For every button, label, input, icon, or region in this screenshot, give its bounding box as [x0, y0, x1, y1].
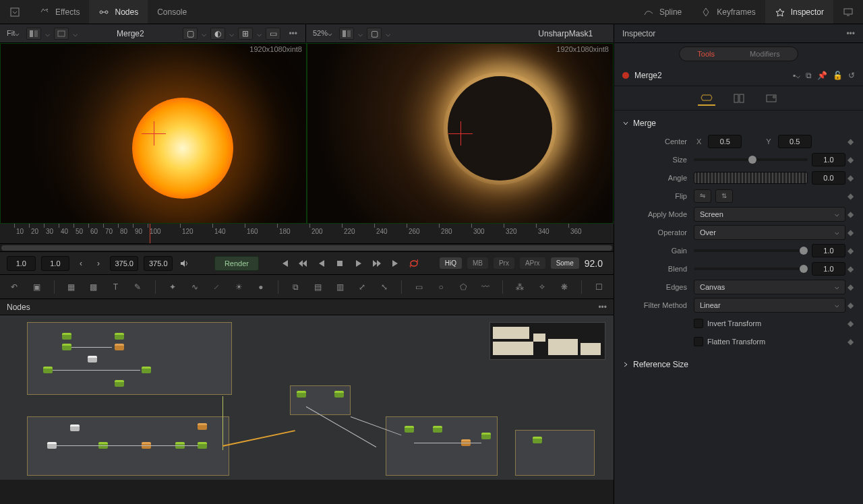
- spline-tab[interactable]: Spline: [634, 0, 691, 24]
- prender-icon[interactable]: ✧: [535, 278, 550, 296]
- gain-field[interactable]: 1.0: [812, 244, 845, 257]
- effects-tab[interactable]: Effects: [30, 0, 89, 24]
- range-end-field[interactable]: 375.0: [144, 256, 173, 271]
- camera3d-icon[interactable]: ☐: [591, 278, 607, 296]
- blur-icon[interactable]: ●: [254, 278, 269, 296]
- gain-slider[interactable]: [694, 249, 808, 252]
- hiq-toggle[interactable]: HiQ: [440, 257, 462, 269]
- gain-keyframe-icon[interactable]: ◆: [845, 246, 855, 255]
- go-first-icon[interactable]: [278, 256, 291, 271]
- angle-keyframe-icon[interactable]: ◆: [845, 173, 855, 183]
- viewer1-lut-icon[interactable]: ◐: [210, 28, 225, 40]
- center-handle-1[interactable]: [133, 113, 174, 154]
- viewer1[interactable]: 1920x1080xint8: [0, 43, 307, 224]
- menu-dropdown-button[interactable]: [0, 0, 30, 24]
- stop-icon[interactable]: [333, 256, 346, 271]
- transform-icon[interactable]: ⤢: [355, 278, 370, 296]
- viewer1-channel-icon[interactable]: [54, 28, 69, 40]
- size-keyframe-icon[interactable]: ◆: [845, 155, 855, 164]
- fastnoise-icon[interactable]: ▩: [86, 278, 101, 296]
- flatten-keyframe-icon[interactable]: ◆: [845, 337, 855, 346]
- flip-v-button[interactable]: ⇅: [715, 189, 733, 203]
- range-start-field[interactable]: 1.0: [41, 256, 70, 271]
- loop-icon[interactable]: [407, 256, 420, 271]
- media-in-icon[interactable]: ▣: [29, 278, 44, 296]
- merge-icon[interactable]: ⧉: [288, 278, 303, 296]
- colorcurve-icon[interactable]: ∿: [187, 278, 202, 296]
- viewer2[interactable]: 1920x1080xint8: [307, 43, 614, 224]
- viewer1-roi-icon[interactable]: ▢: [183, 28, 198, 40]
- common-tab-icon[interactable]: [763, 91, 780, 106]
- operator-dropdown[interactable]: Over: [694, 225, 845, 240]
- node-group-2[interactable]: [290, 385, 351, 415]
- aprx-toggle[interactable]: APrx: [520, 257, 545, 269]
- rewind-icon[interactable]: [296, 256, 309, 271]
- tools-tab[interactable]: Tools: [680, 47, 732, 61]
- nodes-tab[interactable]: Nodes: [89, 0, 148, 24]
- blend-slider[interactable]: [694, 267, 808, 270]
- step-fwd-icon[interactable]: ›: [92, 256, 105, 271]
- edges-keyframe-icon[interactable]: ◆: [845, 282, 855, 292]
- inspector-menu-icon[interactable]: •••: [846, 29, 855, 38]
- rectangle-mask-icon[interactable]: ▭: [411, 278, 427, 296]
- audio-icon[interactable]: [178, 256, 190, 271]
- channel-icon[interactable]: ▥: [332, 278, 348, 296]
- filter-keyframe-icon[interactable]: ◆: [845, 301, 855, 310]
- center-keyframe-icon[interactable]: ◆: [845, 137, 855, 146]
- modifiers-tab[interactable]: Modifiers: [732, 47, 798, 61]
- step-back-icon[interactable]: ‹: [75, 256, 87, 271]
- size-slider[interactable]: [694, 158, 808, 161]
- versions-icon[interactable]: ▪⌵: [793, 71, 800, 80]
- play-icon[interactable]: [352, 256, 365, 271]
- blend-keyframe-icon[interactable]: ◆: [845, 264, 855, 274]
- invert-checkbox[interactable]: [694, 319, 703, 328]
- hue-icon[interactable]: ⟋: [209, 278, 225, 296]
- ellipse-mask-icon[interactable]: ○: [434, 278, 449, 296]
- timeline-scrollbar[interactable]: [0, 244, 614, 252]
- nodes-menu-icon[interactable]: •••: [598, 303, 607, 312]
- brightness-icon[interactable]: ☀: [231, 278, 247, 296]
- angle-field[interactable]: 0.0: [812, 171, 845, 185]
- viewer2-channel-icon[interactable]: ▢: [367, 28, 382, 40]
- mb-toggle[interactable]: MB: [467, 257, 488, 269]
- scroll-thumb[interactable]: [1, 245, 612, 251]
- operator-keyframe-icon[interactable]: ◆: [845, 228, 855, 237]
- play-rev-icon[interactable]: [315, 256, 328, 271]
- center-handle-2[interactable]: [440, 113, 481, 154]
- some-toggle[interactable]: Some: [551, 257, 579, 269]
- settings-tab-icon[interactable]: [730, 91, 748, 106]
- controls-tab-icon[interactable]: [698, 91, 715, 106]
- time-ruler[interactable]: 1020304050607080901001201401601802002202…: [0, 224, 614, 244]
- viewer1-layout-icon[interactable]: [26, 28, 41, 40]
- particles-icon[interactable]: ⁂: [512, 278, 528, 296]
- ref-size-section-header[interactable]: Reference Size: [614, 356, 863, 373]
- flip-h-button[interactable]: ⇋: [694, 189, 711, 203]
- prx-toggle[interactable]: Prx: [494, 257, 514, 269]
- window-icon[interactable]: ⧉: [806, 71, 812, 80]
- tracker-icon[interactable]: ✦: [165, 278, 180, 296]
- viewer2-layout-icon[interactable]: [339, 28, 354, 40]
- resize-icon[interactable]: ⤡: [376, 278, 392, 296]
- current-frame-field[interactable]: 375.0: [110, 256, 139, 271]
- viewer1-menu[interactable]: •••: [285, 29, 301, 38]
- keyframes-tab[interactable]: Keyframes: [691, 0, 765, 24]
- fast-fwd-icon[interactable]: [370, 256, 383, 271]
- node-group-4[interactable]: [386, 416, 498, 476]
- apply-mode-keyframe-icon[interactable]: ◆: [845, 210, 855, 219]
- lock-icon[interactable]: 🔓: [833, 71, 843, 80]
- range-in-field[interactable]: 1.0: [7, 256, 36, 271]
- pin-icon[interactable]: 📌: [817, 71, 827, 80]
- viewer1-single-icon[interactable]: ▭: [266, 28, 280, 40]
- console-tab[interactable]: Console: [148, 0, 196, 24]
- node-graph[interactable]: [0, 315, 614, 480]
- viewer1-grid-icon[interactable]: ⊞: [238, 28, 253, 40]
- reset-icon[interactable]: ↺: [848, 71, 855, 80]
- polygon-mask-icon[interactable]: ⬠: [456, 278, 471, 296]
- size-field[interactable]: 1.0: [812, 153, 845, 166]
- filter-dropdown[interactable]: Linear: [694, 298, 845, 313]
- invert-keyframe-icon[interactable]: ◆: [845, 319, 855, 328]
- matte-icon[interactable]: ▤: [310, 278, 326, 296]
- paint-icon[interactable]: ✎: [130, 278, 146, 296]
- apply-mode-dropdown[interactable]: Screen: [694, 207, 845, 222]
- viewer2-zoom[interactable]: 52%⌵: [310, 29, 335, 38]
